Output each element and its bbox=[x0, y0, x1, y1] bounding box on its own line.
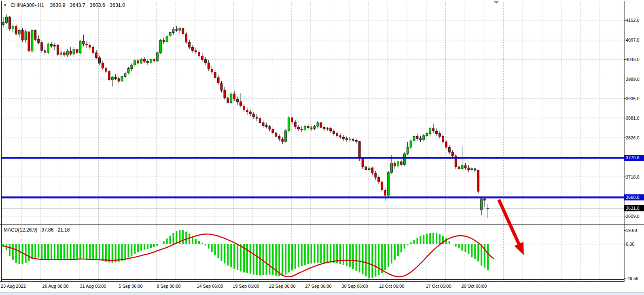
bear-candle-body bbox=[217, 78, 219, 83]
macd-histogram-bar bbox=[439, 234, 441, 244]
macd-histogram-bar bbox=[25, 244, 27, 263]
macd-histogram-bar bbox=[211, 244, 213, 252]
bull-candle-body bbox=[288, 118, 290, 131]
bear-candle-body bbox=[118, 79, 120, 81]
macd-histogram-bar bbox=[326, 244, 328, 263]
macd-histogram-bar bbox=[230, 244, 232, 267]
macd-histogram-bar bbox=[124, 244, 126, 259]
bull-candle-body bbox=[140, 59, 142, 63]
bull-candle-body bbox=[73, 49, 75, 54]
bear-candle-body bbox=[233, 94, 235, 99]
candlestick-chart[interactable] bbox=[0, 0, 644, 295]
bull-candle-body bbox=[12, 26, 14, 29]
macd-histogram-bar bbox=[44, 244, 46, 260]
bear-candle-body bbox=[192, 47, 194, 51]
macd-histogram-bar bbox=[166, 238, 168, 244]
macd-histogram-bar bbox=[388, 244, 389, 267]
macd-histogram-bar bbox=[28, 244, 30, 261]
bear-candle-body bbox=[246, 110, 248, 112]
macd-indicator-label: MACD(12,26,9) -37.86 -21.16 bbox=[4, 227, 72, 233]
macd-histogram-bar bbox=[278, 244, 280, 276]
macd-histogram-bar bbox=[452, 244, 453, 244]
symbol-dropdown-icon[interactable]: ▼ bbox=[3, 3, 7, 7]
macd-histogram-bar bbox=[214, 244, 216, 255]
macd-histogram-bar bbox=[38, 244, 39, 258]
macd-name: MACD(12,26,9) bbox=[4, 227, 37, 233]
bull-candle-body bbox=[150, 59, 152, 63]
bull-candle-body bbox=[121, 76, 123, 81]
macd-histogram-bar bbox=[163, 241, 165, 244]
chart-shift-marker-icon[interactable] bbox=[494, 1, 499, 4]
bear-candle-body bbox=[358, 141, 360, 159]
macd-histogram-bar bbox=[477, 244, 479, 261]
macd-histogram-bar bbox=[54, 244, 55, 260]
bear-candle-body bbox=[214, 72, 216, 78]
macd-histogram-bar bbox=[208, 244, 210, 249]
macd-histogram-bar bbox=[449, 241, 450, 244]
macd-histogram-bar bbox=[484, 244, 485, 268]
bear-candle-body bbox=[323, 127, 325, 129]
macd-histogram-bar bbox=[250, 244, 251, 274]
bull-candle-body bbox=[156, 53, 158, 61]
bear-candle-body bbox=[375, 173, 377, 177]
bear-candle-body bbox=[137, 61, 139, 63]
macd-histogram-bar bbox=[147, 244, 148, 249]
bear-candle-body bbox=[38, 39, 40, 42]
macd-histogram-bar bbox=[352, 244, 354, 269]
macd-histogram-bar bbox=[127, 244, 129, 257]
bear-candle-body bbox=[262, 123, 264, 126]
chart-window[interactable]: ▼ CHINA300-,H1 3630.9 3643.7 3603.6 3631… bbox=[0, 0, 644, 295]
bear-candle-body bbox=[448, 147, 450, 152]
macd-histogram-bar bbox=[233, 244, 235, 269]
quote-open: 3630.9 bbox=[50, 2, 65, 8]
bear-candle-body bbox=[464, 166, 466, 168]
macd-histogram-bar bbox=[60, 244, 62, 259]
bull-candle-body bbox=[166, 36, 168, 42]
macd-histogram-bar bbox=[378, 244, 379, 275]
bull-candle-body bbox=[487, 208, 489, 209]
bull-candle-body bbox=[304, 126, 306, 130]
bull-candle-body bbox=[18, 30, 20, 34]
bear-candle-body bbox=[378, 177, 380, 182]
macd-histogram-bar bbox=[256, 244, 258, 275]
bear-candle-body bbox=[41, 42, 43, 51]
bear-candle-body bbox=[76, 49, 78, 53]
bear-candle-body bbox=[474, 169, 476, 170]
macd-histogram-bar bbox=[298, 244, 299, 267]
macd-histogram-bar bbox=[349, 244, 351, 267]
macd-histogram-bar bbox=[436, 233, 437, 244]
macd-histogram-bar bbox=[343, 244, 344, 265]
bear-candle-body bbox=[400, 162, 402, 164]
bear-candle-body bbox=[153, 59, 155, 61]
macd-histogram-bar bbox=[419, 236, 421, 244]
macd-histogram-bar bbox=[12, 244, 14, 260]
bear-candle-body bbox=[278, 137, 280, 139]
macd-histogram-bar bbox=[144, 244, 145, 250]
macd-histogram-bar bbox=[410, 242, 412, 244]
bear-candle-body bbox=[99, 58, 101, 63]
bull-candle-body bbox=[397, 162, 399, 166]
bear-candle-body bbox=[15, 26, 17, 34]
macd-histogram-bar bbox=[462, 244, 463, 251]
bear-candle-body bbox=[333, 131, 335, 133]
bull-candle-body bbox=[134, 61, 136, 65]
macd-histogram-bar bbox=[413, 240, 415, 244]
bear-candle-body bbox=[442, 137, 444, 142]
macd-histogram-bar bbox=[34, 244, 36, 258]
bear-candle-body bbox=[208, 63, 210, 69]
macd-histogram-bar bbox=[83, 244, 84, 258]
macd-histogram-bar bbox=[22, 244, 23, 264]
macd-histogram-bar bbox=[189, 234, 190, 244]
bear-candle-body bbox=[189, 42, 191, 47]
trend-arrow-shaft[interactable] bbox=[499, 200, 520, 246]
bull-candle-body bbox=[471, 169, 473, 170]
macd-histogram-bar bbox=[432, 233, 434, 244]
macd-histogram-bar bbox=[64, 244, 65, 260]
macd-histogram-bar bbox=[259, 244, 261, 276]
bear-candle-body bbox=[21, 30, 23, 40]
macd-histogram-bar bbox=[384, 244, 386, 270]
macd-histogram-bar bbox=[291, 244, 293, 270]
macd-histogram-bar bbox=[356, 244, 357, 271]
bull-candle-body bbox=[179, 28, 181, 30]
macd-histogram-bar bbox=[157, 244, 158, 246]
